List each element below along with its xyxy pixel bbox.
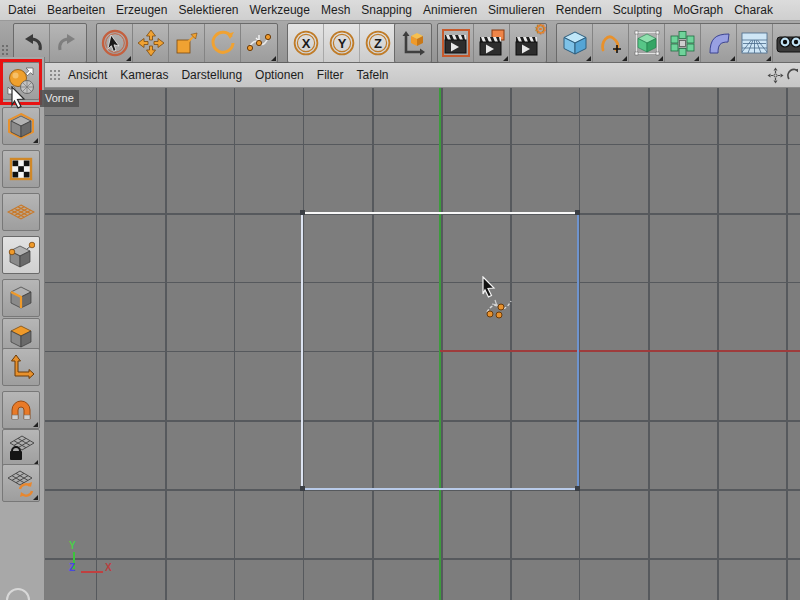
live-selection-button[interactable]: [97, 24, 133, 62]
menu-item-charakter[interactable]: Charak: [734, 3, 773, 17]
mode-sidebar: [0, 57, 45, 600]
lock-z-axis-button[interactable]: Z: [360, 24, 396, 62]
rotate-tool-button[interactable]: [205, 24, 241, 62]
z-axis-ring-icon: Z: [364, 29, 392, 57]
edges-mode-icon: [7, 284, 35, 312]
gizmo-x-axis: [81, 571, 103, 573]
cube-primitive-icon: [562, 30, 588, 56]
view-name-tooltip: Vorne: [40, 90, 79, 107]
vp-menu-ansicht[interactable]: Ansicht: [68, 68, 107, 82]
y-axis-line: [439, 88, 441, 600]
points-mode-button[interactable]: [2, 236, 40, 274]
create-objects-group: [556, 23, 800, 63]
pan-view-icon: [767, 67, 784, 84]
menu-item-rendern[interactable]: Rendern: [556, 3, 602, 17]
vp-menu-filter[interactable]: Filter: [317, 68, 344, 82]
add-generator-button[interactable]: [629, 24, 665, 62]
menu-item-animieren[interactable]: Animieren: [423, 3, 477, 17]
texture-checkerboard-icon: [8, 156, 34, 182]
camera-eyes-icon: [776, 30, 800, 56]
add-cube-button[interactable]: [557, 24, 593, 62]
vp-menu-tafeln[interactable]: Tafeln: [356, 68, 388, 82]
plane-edge-bottom[interactable]: [302, 488, 579, 490]
edges-mode-button[interactable]: [2, 279, 40, 317]
add-cloner-button[interactable]: [665, 24, 701, 62]
menu-item-mesh[interactable]: Mesh: [321, 3, 350, 17]
add-deformer-button[interactable]: [701, 24, 737, 62]
snap-settings-button[interactable]: [2, 391, 40, 429]
gizmo-z-label: Z: [69, 562, 75, 573]
transform-tools-group: [96, 23, 278, 63]
scale-tool-button[interactable]: [169, 24, 205, 62]
workplane-mode-button[interactable]: [2, 193, 40, 231]
move-cross-icon: [137, 29, 165, 57]
plane-vertex-top-right[interactable]: [575, 210, 580, 215]
render-group: ⚙: [437, 23, 547, 63]
coordinate-system-button[interactable]: [395, 24, 431, 62]
redo-arrow-icon: [55, 30, 81, 56]
render-settings-button[interactable]: ⚙: [510, 24, 546, 62]
gizmo-y-label: Y: [69, 540, 76, 551]
plane-edge-left[interactable]: [301, 213, 303, 489]
viewport-menubar: Ansicht Kameras Darstellung Optionen Fil…: [45, 63, 800, 88]
svg-text:X: X: [301, 36, 310, 51]
svg-text:Z: Z: [374, 36, 382, 51]
vp-menu-optionen[interactable]: Optionen: [255, 68, 304, 82]
pan-view-button[interactable]: [767, 67, 784, 84]
lock-y-axis-button[interactable]: Y: [324, 24, 360, 62]
live-selection-icon: [100, 28, 130, 58]
plane-vertex-bottom-right[interactable]: [575, 486, 580, 491]
menu-item-datei[interactable]: Datei: [8, 3, 36, 17]
vp-menu-darstellung[interactable]: Darstellung: [181, 68, 242, 82]
undo-arrow-icon: [19, 30, 45, 56]
modeling-tool-button[interactable]: [241, 24, 277, 62]
sidebar-mouse-cursor: [10, 86, 27, 109]
cloner-cluster-icon: [669, 30, 696, 57]
clipped-panel-icon: [4, 584, 34, 600]
floor-perspective-icon: [741, 30, 768, 56]
lock-x-axis-button[interactable]: X: [288, 24, 324, 62]
gizmo-x-label: X: [105, 562, 112, 573]
points-spline-icon: [245, 29, 273, 57]
menu-item-snapping[interactable]: Snapping: [361, 3, 412, 17]
render-view-button[interactable]: [438, 24, 474, 62]
viewport-front[interactable]: Y Z X: [45, 88, 800, 600]
menu-item-sculpting[interactable]: Sculpting: [613, 3, 662, 17]
menu-item-mograph[interactable]: MoGraph: [673, 3, 723, 17]
plane-vertex-bottom-left[interactable]: [300, 486, 305, 491]
menu-item-selektieren[interactable]: Selektieren: [178, 3, 238, 17]
rotate-view-button[interactable]: [786, 67, 798, 84]
svg-text:Y: Y: [337, 36, 346, 51]
menu-item-simulieren[interactable]: Simulieren: [488, 3, 545, 17]
vp-menu-kameras[interactable]: Kameras: [120, 68, 168, 82]
add-environment-button[interactable]: [737, 24, 773, 62]
workplane-button[interactable]: [2, 464, 40, 502]
axis-lock-group: X Y Z: [287, 23, 397, 63]
add-camera-button[interactable]: [773, 24, 800, 62]
render-picture-viewer-button[interactable]: [474, 24, 510, 62]
y-axis-ring-icon: Y: [328, 29, 356, 57]
redo-button[interactable]: [50, 24, 86, 62]
texture-mode-button[interactable]: [2, 150, 40, 188]
lock-workplane-button[interactable]: [2, 429, 40, 467]
viewport-menu-grip[interactable]: [49, 69, 62, 82]
move-tool-button[interactable]: [133, 24, 169, 62]
grid-rotate-icon: [7, 469, 35, 497]
render-picture-viewer-icon: [477, 28, 507, 58]
model-mode-button[interactable]: [2, 107, 40, 145]
menu-item-werkzeuge[interactable]: Werkzeuge: [249, 3, 309, 17]
x-axis-ring-icon: X: [292, 29, 320, 57]
rotate-view-icon: [786, 67, 798, 84]
axis-mode-button[interactable]: [2, 348, 40, 386]
mesh-plane-icon: [7, 198, 35, 226]
menu-item-erzeugen[interactable]: Erzeugen: [116, 3, 167, 17]
plane-edge-right[interactable]: [577, 213, 579, 489]
points-mode-icon: [7, 241, 35, 269]
main-toolbar: X Y Z: [0, 21, 800, 63]
add-spline-button[interactable]: [593, 24, 629, 62]
menu-item-bearbeiten[interactable]: Bearbeiten: [47, 3, 105, 17]
plane-vertex-top-left[interactable]: [300, 210, 305, 215]
render-view-icon: [441, 28, 471, 58]
plane-edge-top-selected[interactable]: [302, 212, 579, 214]
application-menubar: Datei Bearbeiten Erzeugen Selektieren We…: [0, 0, 800, 21]
